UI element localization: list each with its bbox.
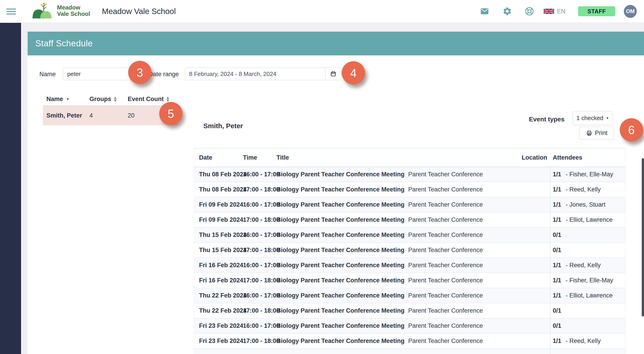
avatar[interactable]: OM — [624, 5, 637, 18]
event-type: Parent Teacher Conference — [408, 201, 483, 208]
event-time: 16:00 - 17:00 — [243, 262, 280, 269]
event-type: Parent Teacher Conference — [408, 171, 483, 178]
event-title: Biology Parent Teacher Conference Meetin… — [276, 262, 404, 269]
event-type: Parent Teacher Conference — [408, 322, 483, 329]
staff-results-table: Name ▼ Groups ▵▿ Event Count ▵▿ Smith, P… — [43, 93, 178, 125]
vertical-scrollbar[interactable] — [642, 158, 644, 317]
staff-schedule-page: Meadow Vale School Meadow Vale School — [0, 0, 644, 354]
event-type: Parent Teacher Conference — [408, 338, 483, 344]
name-filter-input[interactable] — [63, 68, 131, 80]
schedule-row: Thu 08 Feb 2024 17:00 - 18:00 Biology Pa… — [194, 182, 625, 197]
settings-gear-icon[interactable] — [502, 6, 512, 16]
school-logo: Meadow Vale School — [31, 2, 90, 19]
staff-col-groups[interactable]: Groups ▵▿ — [90, 96, 128, 103]
event-types-dropdown[interactable]: 1 checked ▼ — [572, 111, 613, 125]
attendee-name: - Fisher, Elle-May — [566, 277, 613, 284]
printer-icon — [586, 130, 592, 137]
top-bar: Meadow Vale School Meadow Vale School — [0, 0, 644, 23]
event-date: Thu 08 Feb 2024 — [199, 171, 246, 178]
attendee-count: 1/1 — [553, 186, 561, 193]
sort-both-icon: ▵▿ — [167, 96, 169, 102]
event-title: Biology Parent Teacher Conference Meetin… — [276, 292, 404, 299]
event-time: 16:00 - 17:00 — [243, 231, 280, 238]
hamburger-menu-icon[interactable] — [6, 7, 16, 15]
messages-envelope-icon[interactable] — [480, 6, 490, 16]
staff-col-name[interactable]: Name ▼ — [43, 96, 90, 103]
attendee-name: - Elliot, Lawrence — [566, 216, 612, 223]
schedule-row: Thu 22 Feb 2024 17:00 - 18:00 Biology Pa… — [194, 303, 625, 319]
attendee-name: - Reed, Kelly — [566, 262, 601, 269]
event-date: Thu 22 Feb 2024 — [199, 307, 246, 314]
event-title: Biology Parent Teacher Conference Meetin… — [276, 216, 404, 223]
attendees-column-divider — [550, 167, 550, 354]
page-title: Meadow Vale School — [102, 0, 176, 23]
chevron-down-icon: ▼ — [606, 116, 609, 120]
staff-table-row[interactable]: Smith, Peter 4 20 — [43, 106, 178, 125]
event-title: Biology Parent Teacher Conference Meetin… — [276, 277, 404, 284]
event-title: Biology Parent Teacher Conference Meetin… — [276, 186, 404, 193]
event-title: Biology Parent Teacher Conference Meetin… — [276, 231, 404, 238]
date-range-group — [185, 68, 342, 80]
event-date: Thu 15 Feb 2024 — [199, 231, 246, 238]
event-title: Biology Parent Teacher Conference Meetin… — [276, 338, 404, 344]
staff-role-button[interactable]: STAFF — [578, 6, 615, 16]
sort-both-icon: ▵▿ — [114, 96, 116, 102]
schedule-row: Thu 15 Feb 2024 16:00 - 17:00 Biology Pa… — [194, 228, 625, 243]
staff-table-header: Name ▼ Groups ▵▿ Event Count ▵▿ — [43, 93, 178, 106]
schedule-row: Fri 09 Feb 2024 16:00 - 17:00 Biology Pa… — [194, 197, 625, 212]
attendee-count: 1/1 — [553, 338, 561, 344]
attendee-count: 1/1 — [553, 216, 561, 223]
staff-groups-cell: 4 — [90, 112, 128, 119]
event-type: Parent Teacher Conference — [408, 262, 483, 269]
logo-tree-hills-icon — [31, 2, 54, 19]
event-title: Biology Parent Teacher Conference Meetin… — [276, 322, 404, 329]
event-type: Parent Teacher Conference — [408, 231, 483, 238]
event-time: 17:00 - 18:00 — [243, 277, 280, 284]
attendee-count: 0/1 — [553, 322, 561, 329]
event-date: Thu 08 Feb 2024 — [199, 186, 246, 193]
event-date: Fri 09 Feb 2024 — [199, 216, 243, 223]
page-header-title: Staff Schedule — [35, 39, 92, 48]
attendee-name: - Fisher, Elle-May — [566, 171, 613, 178]
event-time: 16:00 - 17:00 — [243, 171, 280, 178]
event-type: Parent Teacher Conference — [408, 307, 483, 314]
attendee-count: 1/1 — [553, 201, 561, 208]
print-button[interactable]: Print — [579, 127, 614, 140]
event-type: Parent Teacher Conference — [408, 186, 483, 193]
selected-person-heading: Smith, Peter — [203, 122, 243, 130]
event-type: Parent Teacher Conference — [408, 216, 483, 223]
language-selector[interactable]: EN — [557, 8, 566, 15]
event-time: 17:00 - 18:00 — [243, 307, 280, 314]
content-top-gutter — [28, 23, 644, 32]
schedule-row: Thu 08 Feb 2024 16:00 - 17:00 Biology Pa… — [194, 167, 625, 182]
attendee-name: - Elliot, Lawrence — [566, 292, 612, 299]
uk-flag-icon[interactable] — [544, 8, 554, 15]
event-date: Fri 09 Feb 2024 — [199, 201, 243, 208]
sort-desc-icon: ▼ — [66, 97, 70, 101]
date-range-label: Date range — [148, 71, 179, 78]
event-title: Biology Parent Teacher Conference Meetin… — [276, 201, 404, 208]
event-title: Biology Parent Teacher Conference Meetin… — [276, 247, 404, 253]
attendee-name: - Reed, Kelly — [566, 338, 601, 344]
event-date: Thu 22 Feb 2024 — [199, 292, 246, 299]
event-time: 17:00 - 18:00 — [243, 216, 280, 223]
staff-col-event-count[interactable]: Event Count ▵▿ — [128, 96, 169, 103]
schedule-table-header: Date Time Title Location Attendees — [194, 149, 625, 167]
name-filter-label: Name — [40, 71, 56, 78]
attendee-name: - Jones, Stuart — [566, 201, 606, 208]
calendar-picker-button[interactable] — [325, 68, 341, 80]
event-time: 17:00 - 18:00 — [243, 338, 280, 345]
event-time: 16:00 - 17:00 — [243, 292, 280, 299]
schedule-row: Fri 23 Feb 2024 17:00 - 18:00 Biology Pa… — [194, 334, 625, 349]
attendee-count: 0/1 — [553, 247, 561, 253]
step-badge-5: 5 — [159, 102, 182, 125]
event-date: Thu 15 Feb 2024 — [199, 247, 246, 254]
attendee-name: - Reed, Kelly — [566, 186, 601, 193]
schedule-row: Thu 15 Feb 2024 17:00 - 18:00 Biology Pa… — [194, 243, 625, 258]
date-range-input[interactable] — [185, 68, 325, 80]
help-lifering-icon[interactable] — [524, 6, 535, 16]
attendee-count: 1/1 — [553, 262, 561, 269]
event-type: Parent Teacher Conference — [408, 292, 483, 299]
event-type: Parent Teacher Conference — [408, 247, 483, 253]
sidebar-gutter — [21, 23, 28, 354]
